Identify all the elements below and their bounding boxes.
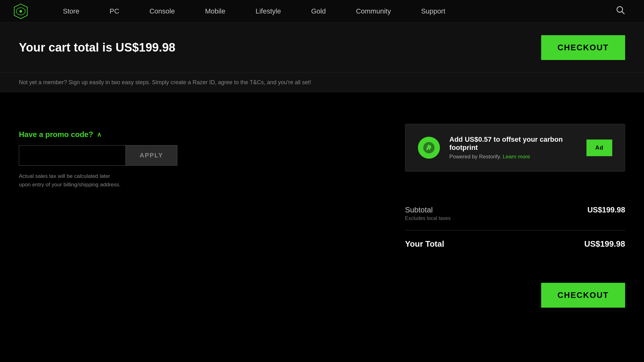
promo-label-text: Have a promo code?: [19, 130, 93, 139]
nav-community[interactable]: Community: [341, 0, 406, 23]
checkout-button-top[interactable]: CHECKOUT: [541, 35, 625, 60]
tax-notice-line2: upon entry of your billing/shipping addr…: [19, 180, 380, 189]
promo-section: Have a promo code? ∧ APPLY Actual sales …: [19, 130, 380, 189]
tax-notice: Actual sales tax will be calculated late…: [19, 172, 380, 189]
navigation: Store PC Console Mobile Lifestyle Gold C…: [0, 0, 644, 23]
subtotal-row: Subtotal Excludes local taxes US$199.98: [405, 197, 625, 230]
total-value: US$199.98: [584, 239, 625, 249]
carbon-offset-title: Add US$0.57 to offset your carbon footpr…: [449, 135, 577, 152]
nav-store[interactable]: Store: [48, 0, 95, 23]
nav-mobile[interactable]: Mobile: [190, 0, 241, 23]
cart-header: Your cart total is US$199.98 CHECKOUT: [0, 23, 644, 73]
svg-point-1: [19, 10, 22, 12]
svg-line-3: [622, 12, 625, 14]
subtotal-label-group: Subtotal Excludes local taxes: [405, 206, 451, 221]
subtotal-label: Subtotal: [405, 206, 451, 214]
nav-pc[interactable]: PC: [95, 0, 135, 23]
carbon-offset-card: Add US$0.57 to offset your carbon footpr…: [405, 124, 625, 172]
promo-chevron-icon: ∧: [97, 131, 102, 138]
order-summary: Subtotal Excludes local taxes US$199.98 …: [405, 197, 625, 258]
promo-input-row: APPLY: [19, 145, 380, 166]
main-content: Have a promo code? ∧ APPLY Actual sales …: [0, 99, 644, 258]
bottom-checkout-area: CHECKOUT: [0, 270, 644, 320]
brand-logo[interactable]: [13, 3, 29, 19]
carbon-icon: [418, 137, 440, 159]
carbon-learn-more-link[interactable]: Learn more: [503, 154, 530, 160]
right-panel: Add US$0.57 to offset your carbon footpr…: [405, 99, 625, 258]
left-panel: Have a promo code? ∧ APPLY Actual sales …: [19, 99, 405, 258]
subtotal-sublabel: Excludes local taxes: [405, 216, 451, 221]
nav-support[interactable]: Support: [406, 0, 460, 23]
carbon-add-button[interactable]: Ad: [586, 140, 612, 156]
apply-promo-button[interactable]: APPLY: [126, 145, 177, 166]
tax-notice-line1: Actual sales tax will be calculated late…: [19, 172, 380, 180]
member-banner: Not yet a member? Sign up easily in two …: [0, 73, 644, 92]
promo-code-input[interactable]: [19, 145, 126, 166]
subtotal-value: US$199.98: [587, 206, 625, 214]
total-row: Your Total US$199.98: [405, 230, 625, 258]
cart-total: Your cart total is US$199.98: [19, 41, 175, 54]
carbon-text: Add US$0.57 to offset your carbon footpr…: [449, 135, 577, 160]
nav-items: Store PC Console Mobile Lifestyle Gold C…: [48, 0, 609, 23]
promo-label[interactable]: Have a promo code? ∧: [19, 130, 380, 139]
nav-gold[interactable]: Gold: [296, 0, 341, 23]
nav-console[interactable]: Console: [134, 0, 190, 23]
total-label: Your Total: [405, 239, 444, 249]
carbon-offset-subtitle: Powered by Restorify. Learn more: [449, 154, 577, 160]
member-banner-text: Not yet a member? Sign up easily in two …: [19, 79, 311, 85]
checkout-button-bottom[interactable]: CHECKOUT: [541, 283, 625, 308]
nav-lifestyle[interactable]: Lifestyle: [241, 0, 296, 23]
search-icon[interactable]: [609, 5, 631, 17]
